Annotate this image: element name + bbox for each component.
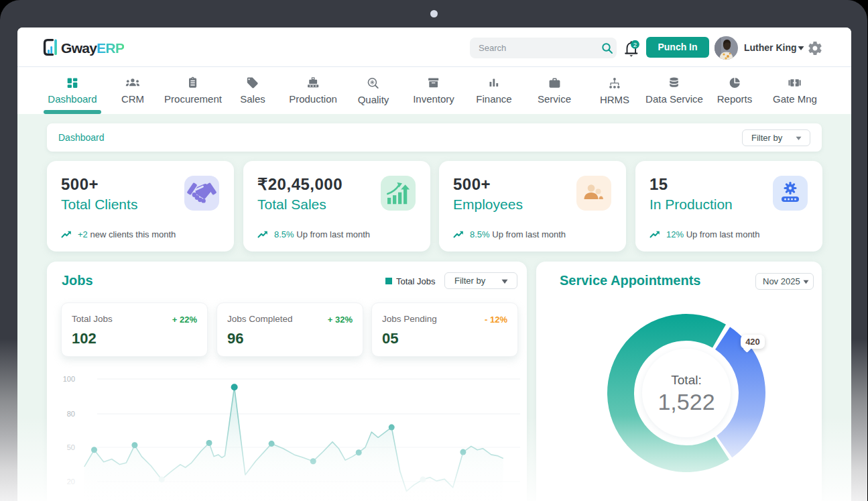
svg-text:Total:: Total:: [671, 373, 701, 387]
svg-text:1,522: 1,522: [658, 389, 715, 414]
svg-text:2: 2: [633, 41, 637, 48]
